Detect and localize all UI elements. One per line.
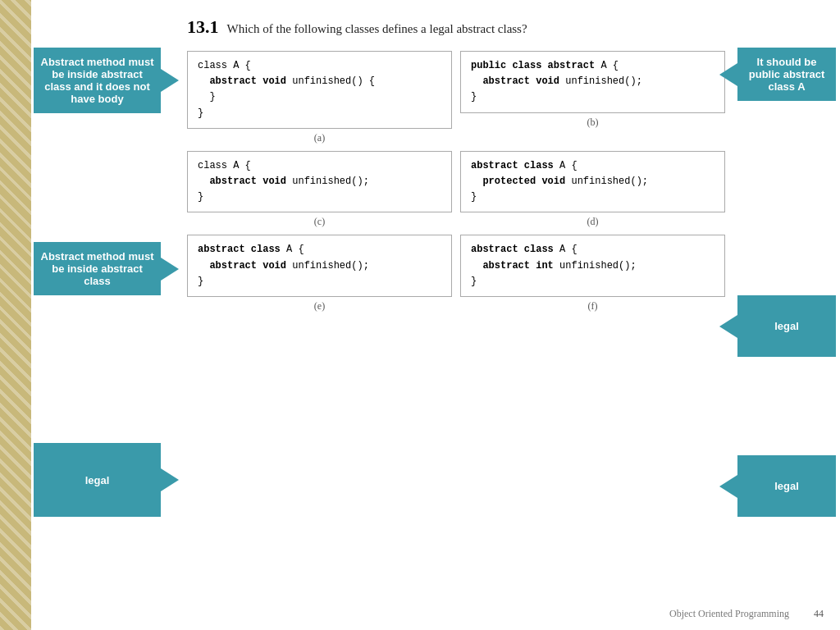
footer-title: Object Oriented Programming <box>418 608 789 620</box>
code-label-a: (a) <box>314 132 325 144</box>
code-label-e: (e) <box>314 300 325 313</box>
question-header: 13.1 Which of the following classes defi… <box>187 16 824 38</box>
code-box-a: class A { abstract void unfinished() { }… <box>187 51 452 129</box>
code-label-b: (b) <box>587 116 599 129</box>
bubble-mid-left: Abstract method must be inside abstract … <box>34 242 161 295</box>
code-label-c: (c) <box>314 216 325 228</box>
code-box-b: public class abstract A { abstract void … <box>460 51 725 113</box>
code-cell-d: abstract class A { protected void unfini… <box>460 151 725 229</box>
code-cell-a: class A { abstract void unfinished() { }… <box>187 51 452 144</box>
question-text: Which of the following classes defines a… <box>227 22 527 36</box>
code-cell-e: abstract class A { abstract void unfinis… <box>187 235 452 313</box>
code-cell-c: class A { abstract void unfinished(); } … <box>187 151 452 229</box>
code-label-d: (d) <box>587 216 599 228</box>
question-number: 13.1 <box>187 16 219 38</box>
code-grid: class A { abstract void unfinished() { }… <box>187 51 725 313</box>
code-box-c: class A { abstract void unfinished(); } <box>187 151 452 213</box>
bubble-mid-right: legal <box>737 295 836 357</box>
code-box-f: abstract class A { abstract int unfinish… <box>460 235 725 297</box>
bubble-bottom-left: legal <box>34 443 161 517</box>
code-label-f: (f) <box>588 300 598 313</box>
footer-page: 44 <box>814 608 824 620</box>
code-box-e: abstract class A { abstract void unfinis… <box>187 235 452 297</box>
code-cell-b: public class abstract A { abstract void … <box>460 51 725 144</box>
main-content: 13.1 Which of the following classes defi… <box>31 0 840 630</box>
bubble-top-left: Abstract method must be inside abstract … <box>34 48 161 113</box>
footer: Object Oriented Programming 44 <box>48 608 824 620</box>
bubble-bottom-right: legal <box>737 455 836 517</box>
bubble-top-right: It should be public abstract class A <box>737 48 836 101</box>
code-cell-f: abstract class A { abstract int unfinish… <box>460 235 725 313</box>
code-box-d: abstract class A { protected void unfini… <box>460 151 725 213</box>
decorative-border <box>0 0 31 630</box>
